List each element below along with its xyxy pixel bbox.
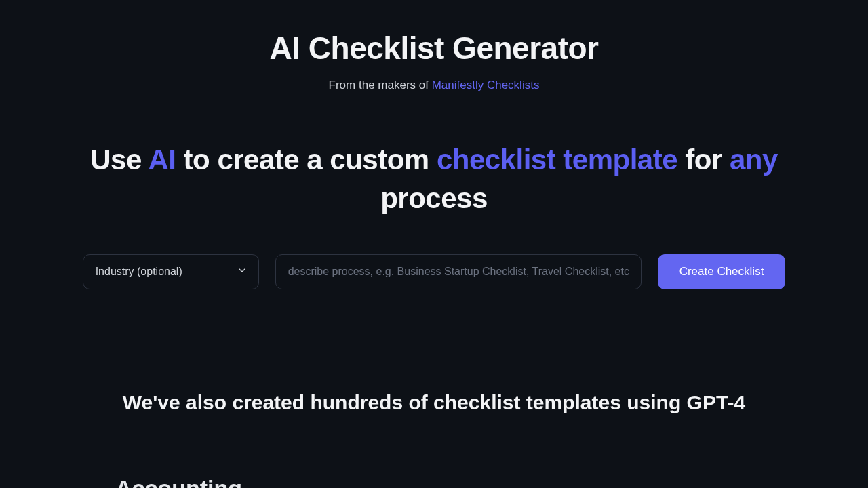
industry-select[interactable]: Industry (optional) [83, 254, 259, 289]
headline-checklist-template: checklist template [437, 144, 677, 176]
manifestly-link[interactable]: Manifestly Checklists [432, 79, 540, 92]
headline-part-3: for [677, 144, 730, 176]
subtitle-prefix: From the makers of [329, 79, 432, 92]
headline-part-1: Use [90, 144, 148, 176]
process-input[interactable] [275, 254, 642, 289]
headline: Use AI to create a custom checklist temp… [75, 141, 793, 218]
subtitle: From the makers of Manifestly Checklists [329, 79, 540, 92]
headline-ai: AI [148, 144, 176, 176]
industry-select-label: Industry (optional) [96, 266, 182, 278]
generator-form: Industry (optional) Create Checklist [83, 254, 786, 289]
category-section: Accounting [57, 475, 811, 488]
headline-any: any [730, 144, 778, 176]
category-title-accounting: Accounting [115, 475, 811, 488]
create-checklist-button[interactable]: Create Checklist [658, 254, 786, 289]
chevron-down-icon [237, 265, 248, 279]
headline-part-2: to create a custom [176, 144, 436, 176]
page-title: AI Checklist Generator [270, 30, 599, 66]
headline-part-4: process [380, 182, 488, 214]
sub-headline: We've also created hundreds of checklist… [123, 391, 746, 414]
